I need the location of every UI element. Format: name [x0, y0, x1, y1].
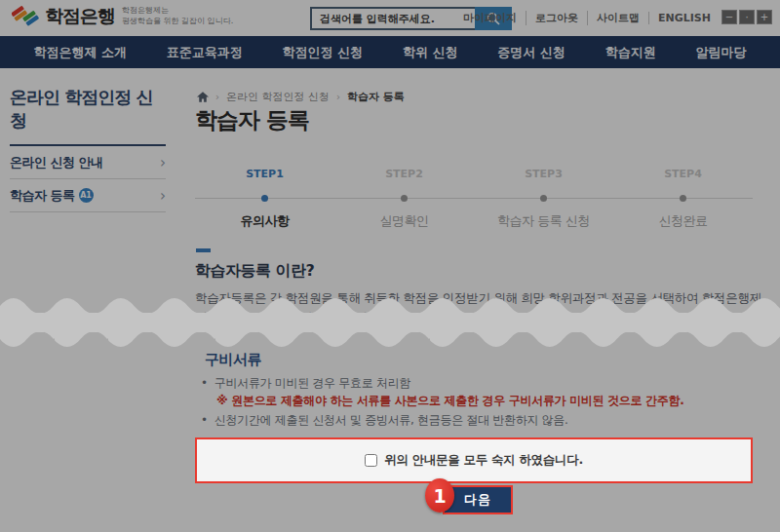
confirm-checkbox-label[interactable]: 위의 안내문을 모두 숙지 하였습니다. — [384, 452, 583, 469]
content-cut-wave — [0, 298, 780, 347]
confirm-checkbox[interactable] — [365, 454, 377, 467]
wave-edge-bottom — [0, 331, 780, 347]
wave-edge-top — [0, 298, 780, 314]
page: 학점은행 학점은행제는 평생학습을 위한 길잡이 입니다. 마이페이지 로그아웃… — [0, 0, 780, 532]
wave-band-middle — [0, 313, 780, 332]
annotation-number-badge: 1 — [425, 478, 454, 513]
confirm-notice-box[interactable]: 위의 안내문을 모두 숙지 하였습니다. — [195, 437, 753, 483]
